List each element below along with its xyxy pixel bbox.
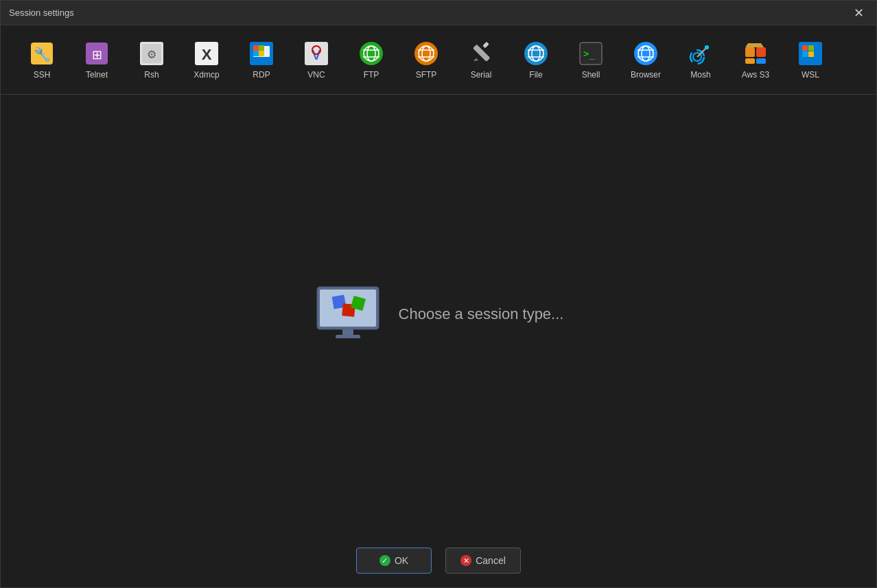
cancel-icon: ✕	[460, 555, 471, 566]
xdmcp-label: Xdmcp	[194, 70, 219, 80]
session-type-browser[interactable]: Browser	[618, 34, 673, 86]
wsl-label: WSL	[802, 70, 819, 80]
session-type-file[interactable]: File	[508, 34, 563, 86]
svg-rect-28	[473, 45, 490, 62]
svg-rect-63	[336, 335, 360, 338]
cancel-label: Cancel	[476, 555, 506, 566]
svg-rect-47	[745, 47, 755, 57]
ftp-icon	[358, 40, 385, 67]
svg-rect-62	[342, 329, 353, 335]
cancel-button[interactable]: ✕ Cancel	[445, 548, 521, 574]
browser-label: Browser	[631, 70, 661, 80]
svg-text:🔧: 🔧	[34, 46, 51, 62]
rdp-label: RDP	[253, 70, 270, 80]
ssh-icon: 🔧	[28, 40, 56, 67]
aws-s3-label: Aws S3	[742, 70, 769, 80]
ok-label: OK	[395, 555, 408, 566]
session-type-wsl[interactable]: WSL	[783, 34, 838, 86]
svg-rect-12	[259, 45, 264, 51]
file-icon	[522, 40, 550, 67]
session-type-serial[interactable]: Serial	[454, 34, 508, 86]
svg-rect-53	[802, 45, 808, 51]
shell-icon: >_	[577, 40, 605, 67]
main-content: Choose a session type...	[1, 95, 876, 534]
svg-text:⊞: ⊞	[92, 48, 102, 62]
svg-rect-50	[756, 58, 766, 64]
svg-point-46	[705, 45, 709, 49]
session-type-xdmcp[interactable]: X Xdmcp	[179, 34, 234, 86]
session-type-mosh[interactable]: Mosh	[673, 34, 728, 86]
session-type-sftp[interactable]: SFTP	[399, 34, 454, 86]
shell-label: Shell	[582, 70, 600, 80]
telnet-icon: ⊞	[83, 40, 110, 67]
close-button[interactable]: ✕	[849, 3, 868, 23]
session-type-rsh[interactable]: ⚙ Rsh	[124, 34, 179, 86]
dialog-title: Session settings	[9, 8, 74, 18]
svg-point-23	[414, 42, 438, 65]
svg-point-31	[524, 42, 548, 65]
aws-s3-icon	[742, 40, 769, 67]
sftp-icon	[412, 40, 440, 67]
footer: ✓ OK ✕ Cancel	[1, 534, 876, 587]
svg-rect-14	[259, 51, 264, 56]
ok-button[interactable]: ✓ OK	[356, 548, 432, 574]
placeholder-text: Choose a session type...	[399, 305, 564, 323]
xdmcp-icon: X	[193, 40, 220, 67]
placeholder-monitor-icon	[314, 283, 382, 345]
wsl-icon	[797, 40, 824, 67]
svg-point-18	[360, 42, 383, 65]
svg-rect-56	[808, 51, 814, 57]
svg-point-38	[634, 42, 657, 65]
svg-rect-48	[756, 47, 766, 57]
browser-icon	[632, 40, 659, 67]
svg-marker-29	[473, 58, 478, 61]
svg-rect-13	[253, 51, 259, 56]
session-type-aws-s3[interactable]: Aws S3	[728, 34, 783, 86]
vnc-icon: V	[303, 40, 330, 67]
ftp-label: FTP	[364, 70, 379, 80]
session-type-telnet[interactable]: ⊞ Telnet	[69, 34, 124, 86]
session-type-vnc[interactable]: V VNC	[289, 34, 344, 86]
svg-text:X: X	[202, 46, 212, 63]
title-bar: Session settings ✕	[1, 1, 876, 25]
serial-icon	[467, 40, 495, 67]
svg-rect-54	[808, 45, 814, 51]
rdp-icon	[248, 40, 275, 67]
mosh-icon	[687, 40, 714, 67]
serial-label: Serial	[471, 70, 492, 80]
svg-text:>_: >_	[583, 48, 595, 60]
rsh-icon: ⚙	[138, 40, 165, 67]
svg-marker-51	[745, 43, 764, 47]
session-type-rdp[interactable]: RDP	[234, 34, 289, 86]
ssh-label: SSH	[34, 70, 51, 80]
svg-rect-30	[482, 42, 489, 48]
file-label: File	[529, 70, 542, 80]
telnet-label: Telnet	[86, 70, 108, 80]
ok-icon: ✓	[379, 555, 390, 566]
session-settings-dialog: Session settings ✕ 🔧 SSH ⊞ Telnet	[0, 0, 877, 588]
session-type-shell[interactable]: >_ Shell	[563, 34, 618, 86]
mosh-label: Mosh	[690, 70, 710, 80]
rsh-label: Rsh	[144, 70, 159, 80]
svg-text:⚙: ⚙	[147, 49, 156, 60]
session-type-ftp[interactable]: FTP	[344, 34, 399, 86]
svg-rect-55	[802, 51, 808, 57]
session-type-bar: 🔧 SSH ⊞ Telnet ⚙	[1, 25, 876, 95]
svg-rect-49	[745, 58, 755, 64]
session-type-ssh[interactable]: 🔧 SSH	[14, 34, 69, 86]
svg-rect-11	[253, 45, 259, 51]
vnc-label: VNC	[307, 70, 325, 80]
sftp-label: SFTP	[416, 70, 437, 80]
